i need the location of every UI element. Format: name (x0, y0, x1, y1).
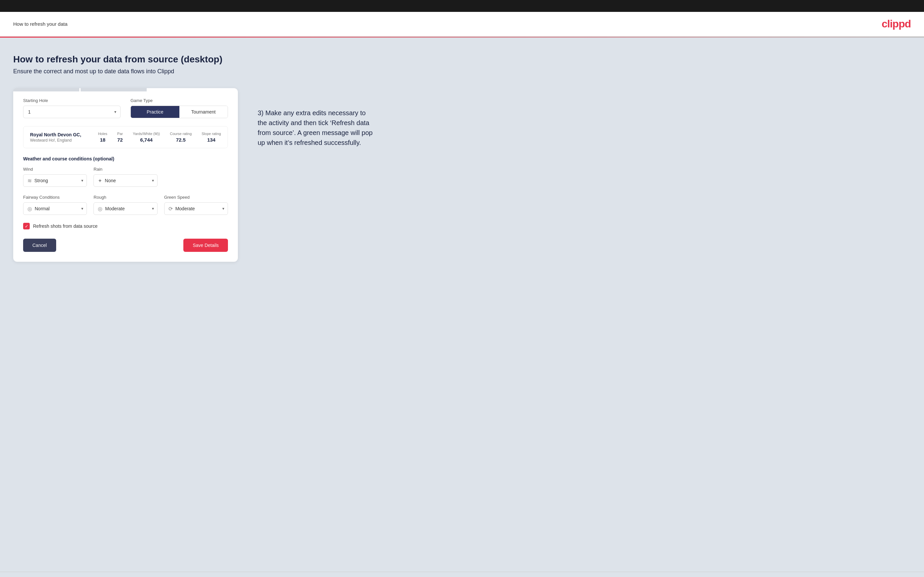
game-type-buttons: Practice Tournament (131, 106, 228, 118)
green-speed-label: Green Speed (164, 195, 228, 200)
rain-label: Rain (94, 167, 157, 172)
course-stats: Holes 18 Par 72 Yards/White (M)) 6,744 (98, 132, 221, 143)
green-speed-select-wrapper[interactable]: ⟳ Moderate Fast Slow ▾ (164, 202, 228, 215)
par-value: 72 (117, 137, 123, 143)
green-speed-group: Green Speed ⟳ Moderate Fast Slow ▾ (164, 195, 228, 215)
rough-select-wrapper[interactable]: ◎ Moderate Light Heavy ▾ (94, 202, 157, 215)
practice-button[interactable]: Practice (131, 106, 179, 118)
fairway-group: Fairway Conditions ◎ Normal Soft Hard ▾ (23, 195, 87, 215)
content-area: Starting Hole 1 10 ▾ Game Type Practice … (13, 88, 911, 262)
yards-stat: Yards/White (M)) 6,744 (133, 132, 160, 143)
fairway-select[interactable]: Normal Soft Hard (32, 203, 87, 214)
green-speed-select[interactable]: Moderate Fast Slow (173, 203, 228, 214)
rough-group: Rough ◎ Moderate Light Heavy ▾ (94, 195, 157, 215)
yards-value: 6,744 (133, 137, 160, 143)
footer: Copyright Clippd 2022 (0, 572, 924, 577)
course-info: Royal North Devon GC, Westward Ho!, Engl… (30, 132, 221, 143)
starting-hole-group: Starting Hole 1 10 ▾ (23, 98, 121, 118)
save-button[interactable]: Save Details (183, 239, 228, 252)
course-name-area: Royal North Devon GC, Westward Ho!, Engl… (30, 132, 81, 143)
wind-group: Wind ≋ Strong Light None ▾ (23, 167, 87, 187)
holes-value: 18 (98, 137, 107, 143)
form-row-top: Starting Hole 1 10 ▾ Game Type Practice … (23, 98, 228, 118)
course-rating-value: 72.5 (170, 137, 192, 143)
wind-select[interactable]: Strong Light None (32, 175, 87, 187)
tournament-button[interactable]: Tournament (179, 106, 228, 118)
course-name: Royal North Devon GC, (30, 132, 81, 137)
course-rating-label: Course rating (170, 132, 192, 136)
game-type-label: Game Type (131, 98, 228, 103)
wind-label: Wind (23, 167, 87, 172)
slope-rating-value: 134 (202, 137, 221, 143)
slope-rating-label: Slope rating (202, 132, 221, 136)
starting-hole-label: Starting Hole (23, 98, 121, 103)
refresh-label: Refresh shots from data source (33, 224, 97, 229)
side-note-text: 3) Make any extra edits necessary to the… (258, 108, 376, 148)
starting-hole-select[interactable]: 1 10 (23, 106, 120, 118)
refresh-checkbox[interactable]: ✓ (23, 223, 30, 229)
logo: clippd (882, 18, 911, 30)
cancel-button[interactable]: Cancel (23, 239, 56, 252)
fairway-label: Fairway Conditions (23, 195, 87, 200)
main-content: How to refresh your data from source (de… (0, 38, 924, 572)
slope-rating-stat: Slope rating 134 (202, 132, 221, 143)
starting-hole-select-wrapper[interactable]: 1 10 ▾ (23, 106, 121, 118)
header-title: How to refresh your data (13, 21, 68, 27)
fairway-select-wrapper[interactable]: ◎ Normal Soft Hard ▾ (23, 202, 87, 215)
fairway-icon: ◎ (23, 206, 32, 212)
page-heading: How to refresh your data from source (de… (13, 54, 911, 65)
rough-select[interactable]: Moderate Light Heavy (102, 203, 157, 214)
yards-label: Yards/White (M)) (133, 132, 160, 136)
checkmark-icon: ✓ (25, 224, 28, 229)
wind-rain-row: Wind ≋ Strong Light None ▾ Rain ✦ (23, 167, 228, 187)
top-bar (0, 0, 924, 12)
course-rating-stat: Course rating 72.5 (170, 132, 192, 143)
rain-group: Rain ✦ None Light Heavy ▾ (94, 167, 157, 187)
course-location: Westward Ho!, England (30, 138, 81, 143)
form-panel: Starting Hole 1 10 ▾ Game Type Practice … (13, 88, 238, 262)
green-speed-icon: ⟳ (165, 206, 173, 212)
rain-icon: ✦ (94, 177, 102, 184)
page-subheading: Ensure the correct and most up to date d… (13, 68, 911, 75)
holes-label: Holes (98, 132, 107, 136)
weather-section-title: Weather and course conditions (optional) (23, 156, 228, 161)
rough-icon: ◎ (94, 206, 102, 212)
rain-select-wrapper[interactable]: ✦ None Light Heavy ▾ (94, 174, 157, 187)
header: How to refresh your data clippd (0, 12, 924, 37)
par-label: Par (117, 132, 123, 136)
par-stat: Par 72 (117, 132, 123, 143)
rain-spacer (164, 167, 228, 187)
wind-icon: ≋ (23, 177, 32, 184)
buttons-row: Cancel Save Details (23, 239, 228, 252)
side-note: 3) Make any extra edits necessary to the… (258, 88, 376, 148)
rough-label: Rough (94, 195, 157, 200)
refresh-checkbox-row[interactable]: ✓ Refresh shots from data source (23, 223, 228, 229)
rain-select[interactable]: None Light Heavy (102, 175, 157, 187)
fairway-row: Fairway Conditions ◎ Normal Soft Hard ▾ … (23, 195, 228, 215)
wind-select-wrapper[interactable]: ≋ Strong Light None ▾ (23, 174, 87, 187)
holes-stat: Holes 18 (98, 132, 107, 143)
course-table: Royal North Devon GC, Westward Ho!, Engl… (23, 126, 228, 148)
game-type-group: Game Type Practice Tournament (131, 98, 228, 118)
